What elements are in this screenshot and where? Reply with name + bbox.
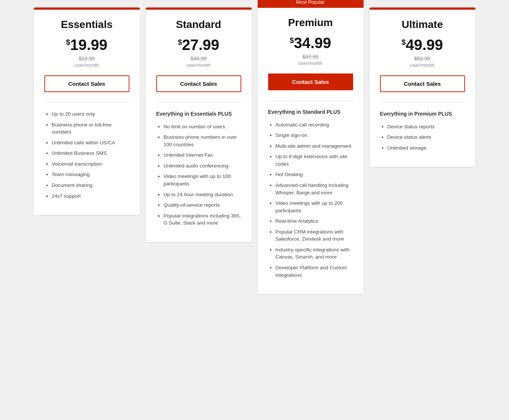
feature-item: Quality-of-service reports [164,201,241,209]
plan-name-essentials: Essentials [44,19,129,31]
cta-button-premium[interactable]: Contact Sales [268,73,353,90]
price-original-ultimate: $52.99 [380,56,465,62]
most-popular-banner: Most Popular [258,0,364,8]
feature-item: Multi-site admin and management [276,142,353,150]
feature-item: Up to 24 hour meeting duration [164,191,241,198]
feature-item: Video meetings with up to 100 participan… [164,173,241,187]
price-per-essentials: user/month [44,62,129,68]
price-dollar-standard: $ [178,38,182,46]
feature-list-ultimate: Device status reportsDevice status alert… [380,123,465,152]
feature-item: Voicemail transcription [52,160,129,168]
price-per-ultimate: user/month [380,62,465,68]
divider-premium [268,101,353,101]
price-row-standard: $27.99 [156,37,241,53]
feature-item: Popular CRM integrations with Salesforce… [276,228,353,243]
divider-standard [156,103,241,103]
price-dollar-ultimate: $ [402,38,406,46]
price-amount-premium: 34.99 [294,35,331,51]
feature-item: Up to 8 digit extensions with site codes [276,153,353,167]
plan-name-premium: Premium [268,17,353,29]
feature-item: Business phone or toll-free numbers [52,121,129,136]
feature-item: Unlimited calls within US/CA [52,139,129,147]
feature-item: Unlimited audio conferencing [164,162,241,170]
plan-card-essentials: Essentials $19.99 $22.99 user/month Cont… [34,7,140,215]
feature-item: Video meetings with up to 200 participan… [276,200,353,214]
price-dollar-premium: $ [290,36,294,44]
feature-list-essentials: Up to 20 users onlyBusiness phone or tol… [44,110,129,200]
cta-button-ultimate[interactable]: Contact Sales [380,75,465,92]
price-original-premium: $37.99 [268,54,353,60]
feature-item: Document sharing [52,182,129,189]
price-row-ultimate: $49.99 [380,37,465,53]
pricing-grid: Essentials $19.99 $22.99 user/month Cont… [31,7,478,294]
cta-button-standard[interactable]: Contact Sales [156,75,241,92]
feature-item: Industry-specific integrations with Canv… [276,246,353,261]
price-amount-essentials: 19.99 [70,37,107,53]
feature-item: Unlimited Business SMS [52,150,129,157]
feature-item: Popular integrations including 365, G Su… [164,212,241,227]
price-amount-standard: 27.99 [182,37,219,53]
price-dollar-essentials: $ [66,38,70,46]
price-row-essentials: $19.99 [44,37,129,53]
plan-name-standard: Standard [156,19,241,31]
price-per-premium: user/month [268,60,353,66]
feature-item: Developer Platform and Custom Integratio… [276,264,353,279]
features-title-premium: Everything in Standard PLUS [268,109,353,116]
feature-item: Device status reports [387,123,465,131]
feature-item: Team messaging [52,171,129,178]
price-amount-ultimate: 49.99 [406,37,443,53]
divider-essentials [44,103,129,103]
feature-item: Unlimited storage [387,144,465,152]
features-title-standard: Everything in Essentials PLUS [156,110,241,118]
feature-item: Unlimited Internet Fax [164,151,241,159]
cta-button-essentials[interactable]: Contact Sales [44,75,129,92]
features-title-ultimate: Everything in Premium PLUS [380,110,465,118]
feature-item: Automatic call recording [276,121,353,129]
feature-list-premium: Automatic call recordingSingle sign-onMu… [268,121,353,279]
plan-card-standard: Standard $27.99 $30.99 user/month Contac… [146,7,252,242]
feature-item: 24x7 support [52,192,129,200]
feature-item: No limit on number of users [164,123,241,131]
price-row-premium: $34.99 [268,35,353,51]
feature-item: Up to 20 users only [52,110,129,118]
feature-item: Hot Desking [276,171,353,178]
feature-item: Real-time Analytics [276,217,353,225]
feature-item: Advanced call handling including Whisper… [276,182,353,196]
feature-list-standard: No limit on number of usersBusiness phon… [156,123,241,227]
divider-ultimate [380,103,465,103]
price-original-essentials: $22.99 [44,56,129,62]
plan-name-ultimate: Ultimate [380,19,465,31]
price-original-standard: $30.99 [156,56,241,62]
feature-item: Device status alerts [387,134,465,141]
feature-item: Business phone numbers in over 100 count… [164,134,241,148]
feature-item: Single sign-on [276,132,353,139]
price-per-standard: user/month [156,62,241,68]
plan-card-ultimate: Ultimate $49.99 $52.99 user/month Contac… [370,7,475,167]
plan-card-premium: Most Popular Premium $34.99 $37.99 user/… [258,0,364,294]
